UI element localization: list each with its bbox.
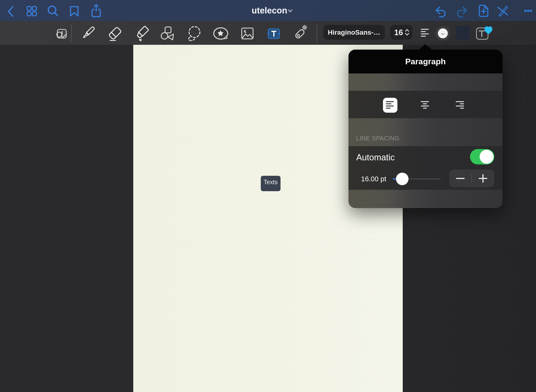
svg-text:16: 16 <box>394 28 403 37</box>
svg-text:HiraginoSans-…: HiraginoSans-… <box>328 29 380 36</box>
